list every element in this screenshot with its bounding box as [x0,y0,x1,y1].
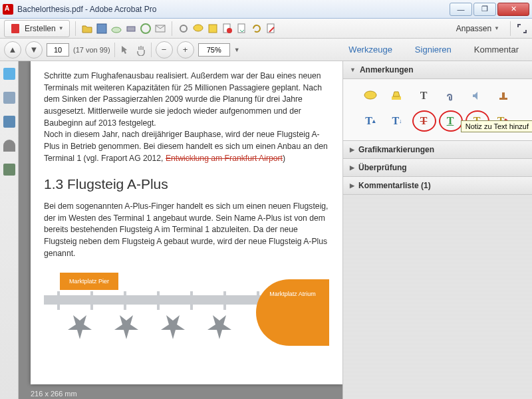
svg-rect-1 [97,24,106,33]
insert-text-tool[interactable]: T▴ [359,111,382,131]
create-label: Erstellen [25,24,56,33]
svg-rect-3 [127,27,135,31]
strikethrough-text[interactable]: Entwicklung am Frankfurt Airport [166,154,283,163]
cloud-icon[interactable] [110,23,122,35]
stamp-tool[interactable] [492,86,515,106]
tab-sign[interactable]: Signieren [406,41,461,59]
sticky-note-tool[interactable] [359,86,382,106]
replace-text-tool[interactable]: T↓ [386,111,408,131]
select-tool-icon[interactable] [119,44,131,56]
pdf-icon [10,23,22,35]
fullscreen-icon[interactable] [516,23,528,35]
body-paragraph: Noch in diesem Jahr, nach dreijähriger B… [44,129,329,164]
page-down-button[interactable]: ▼ [25,41,43,59]
comment-panel: ▼Anmerkungen T T▴ T↓ T T T💬 T✎ Notiz zu … [342,61,532,399]
pier-label: Marktplatz Pier [60,273,118,290]
window-titlebar: Bachelorthesis.pdf - Adobe Acrobat Pro —… [0,0,532,19]
svg-point-2 [112,27,121,33]
pages-icon[interactable] [3,92,15,104]
bookmarks-icon[interactable] [3,116,15,128]
pdf-page: Schritte zum Flughafenausbau realisiert.… [31,61,342,384]
svg-point-13 [364,91,376,99]
comment-list-header[interactable]: ▶Kommentarliste (1) [343,177,532,195]
page-number-input[interactable] [47,43,69,57]
panel-empty-area [343,195,532,399]
document-area[interactable]: Schritte zum Flughafenausbau realisiert.… [19,61,342,399]
section-heading: 1.3 Flugsteig A-Plus [44,174,329,194]
text-tool[interactable]: T [412,86,435,106]
svg-point-7 [194,25,203,31]
customize-button[interactable]: Anpassen ▼ [451,22,505,35]
left-sidebar [0,61,19,399]
page-total-label: (17 von 99) [73,46,110,54]
strikethrough-tool[interactable]: T [412,111,435,131]
minimize-button[interactable]: — [450,3,472,16]
print-icon[interactable] [125,23,137,35]
highlight-tool[interactable] [386,86,408,106]
mail-icon[interactable] [154,23,166,35]
graphic-markup-header[interactable]: ▶Grafikmarkierungen [343,141,532,159]
svg-point-6 [180,25,187,32]
annotations-header[interactable]: ▼Anmerkungen [343,61,532,79]
svg-point-10 [227,28,232,33]
tooltip: Notiz zu Text hinzuf [461,120,532,132]
svg-point-4 [141,24,150,33]
save-icon[interactable] [96,23,108,35]
gear-icon[interactable] [178,23,190,35]
close-button[interactable]: ✕ [497,3,529,16]
edit-icon[interactable] [265,23,277,35]
annotation-tools: T T▴ T↓ T T T💬 T✎ Notiz zu Text hinzuf [343,79,532,141]
open-icon[interactable] [81,23,93,35]
hand-tool-icon[interactable] [135,44,147,56]
zoom-out-button[interactable]: − [156,41,173,59]
export-icon[interactable] [236,23,248,35]
tab-comment[interactable]: Kommentar [465,41,528,59]
highlight-icon[interactable] [207,23,219,35]
main-toolbar: Erstellen ▼ Anpassen ▼ [0,19,532,39]
customize-label: Anpassen [456,24,491,33]
page-dimensions: 216 x 266 mm [31,390,77,398]
svg-rect-14 [392,96,401,100]
zoom-input[interactable] [198,43,230,57]
comment-bubble-icon[interactable] [192,23,204,35]
body-paragraph: Bei dem sogenannten A-Plus-Finger handel… [44,201,329,259]
delete-page-icon[interactable] [221,23,233,35]
signatures-icon[interactable] [3,164,15,176]
maximize-button[interactable]: ❐ [473,3,496,16]
attach-file-tool[interactable] [439,86,462,106]
create-button[interactable]: Erstellen ▼ [4,20,70,37]
acrobat-icon [3,4,13,15]
svg-rect-8 [209,25,217,33]
audio-tool[interactable] [466,86,488,106]
atrium-label: Marktplatz Atrium [256,279,329,346]
tab-tools[interactable]: Werkzeuge [339,41,402,59]
page-up-button[interactable]: ▲ [4,41,21,59]
terminal-diagram: Marktplatz Pier Marktplatz Atrium [44,269,329,348]
zoom-in-button[interactable]: + [177,41,194,59]
body-paragraph: Schritte zum Flughafenausbau realisiert.… [44,70,329,129]
navigation-toolbar: ▲ ▼ (17 von 99) − + ▼ Werkzeuge Signiere… [0,39,532,61]
window-title: Bachelorthesis.pdf - Adobe Acrobat Pro [17,5,448,14]
svg-rect-0 [11,24,19,33]
attachments-icon[interactable] [3,140,15,152]
rotate-icon[interactable] [251,23,263,35]
svg-rect-15 [499,98,507,100]
thumbnails-icon[interactable] [3,68,15,80]
underline-tool[interactable]: T [439,111,462,131]
share-icon[interactable] [140,23,152,35]
review-header[interactable]: ▶Überprüfung [343,159,532,177]
